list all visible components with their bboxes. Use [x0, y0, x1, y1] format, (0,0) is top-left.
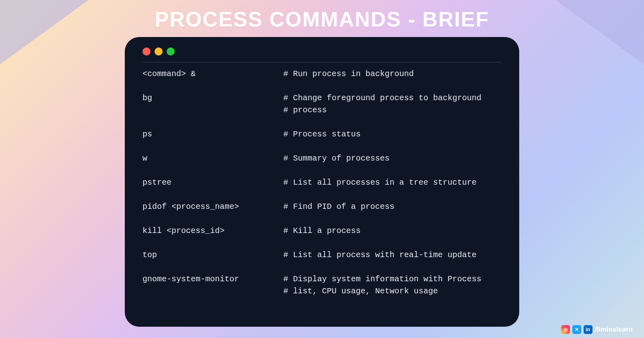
- command-row: ps# Process status: [142, 128, 502, 140]
- command-text: bg: [142, 92, 283, 116]
- command-description: # Display system information with Proces…: [283, 273, 502, 297]
- command-description: # List all process with real-time update: [283, 249, 502, 261]
- command-row: <command> &# Run process in background: [142, 68, 502, 80]
- linkedin-icon[interactable]: in: [584, 325, 592, 334]
- instagram-icon[interactable]: ◎: [561, 325, 570, 334]
- close-icon[interactable]: [142, 47, 151, 56]
- command-description: # Process status: [283, 128, 502, 140]
- command-description: # Find PID of a process: [283, 201, 502, 213]
- page-title: PROCESS COMMANDS - BRIEF: [0, 7, 644, 31]
- command-text: pstree: [142, 177, 283, 189]
- command-text: w: [142, 153, 283, 165]
- command-description: # Kill a process: [283, 225, 502, 237]
- command-description: # Summary of processes: [283, 153, 502, 165]
- command-text: pidof <process_name>: [142, 201, 283, 213]
- command-description: # Run process in background: [283, 68, 502, 80]
- command-text: kill <process_id>: [142, 225, 283, 237]
- command-row: pstree# List all processes in a tree str…: [142, 177, 502, 189]
- command-text: gnome-system-monitor: [142, 273, 283, 297]
- command-text: ps: [142, 128, 283, 140]
- command-row: top# List all process with real-time upd…: [142, 249, 502, 261]
- terminal-content: <command> &# Run process in backgroundbg…: [142, 68, 502, 297]
- command-row: pidof <process_name># Find PID of a proc…: [142, 201, 502, 213]
- command-description: # Change foreground process to backgroun…: [283, 92, 502, 116]
- command-row: bg# Change foreground process to backgro…: [142, 92, 502, 116]
- command-text: <command> &: [142, 68, 283, 80]
- command-row: kill <process_id># Kill a process: [142, 225, 502, 237]
- command-text: top: [142, 249, 283, 261]
- command-row: w# Summary of processes: [142, 153, 502, 165]
- divider: [142, 62, 502, 62]
- footer-handle: /5minslearn: [595, 326, 633, 334]
- footer-credits: ◎ ✕ in /5minslearn: [561, 325, 633, 334]
- window-controls: [142, 47, 502, 62]
- maximize-icon[interactable]: [167, 47, 175, 56]
- command-description: # List all processes in a tree structure: [283, 177, 502, 189]
- command-row: gnome-system-monitor# Display system inf…: [142, 273, 502, 297]
- terminal-window: <command> &# Run process in backgroundbg…: [125, 37, 519, 327]
- twitter-icon[interactable]: ✕: [572, 325, 581, 334]
- minimize-icon[interactable]: [155, 47, 163, 56]
